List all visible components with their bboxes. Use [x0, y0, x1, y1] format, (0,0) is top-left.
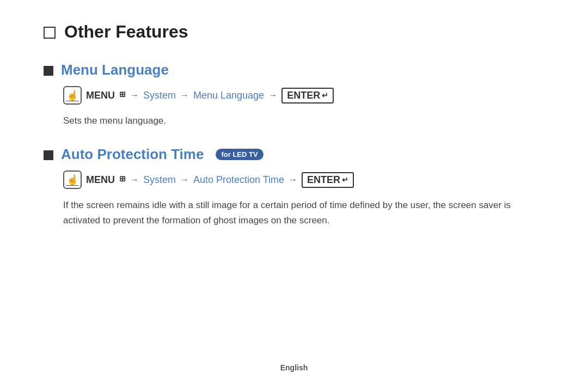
menu-arrow-5: →: [180, 175, 189, 185]
menu-path-menu-language: ☝ MENU⊞ → System → Menu Language → ENTER…: [63, 86, 544, 105]
section-bullet-icon: [44, 66, 53, 76]
led-tv-badge: for LED TV: [216, 149, 263, 160]
menu-link-system-1: System: [143, 90, 176, 101]
menu-arrow-3: →: [268, 90, 277, 100]
main-title-row: Other Features: [44, 22, 544, 42]
menu-arrow-4: →: [130, 175, 139, 185]
menu-keyword-2: MENU: [86, 174, 115, 186]
menu-keyword-1: MENU: [86, 90, 115, 101]
section-menu-language: Menu Language ☝ MENU⊞ → System → Menu La…: [44, 62, 544, 129]
title-checkbox-icon: [44, 27, 56, 39]
footer-language-label: English: [280, 363, 308, 372]
enter-button-1: ENTER↵: [281, 88, 334, 103]
enter-arrow-icon-2: ↵: [342, 175, 348, 184]
description-menu-language: Sets the menu language.: [63, 113, 542, 129]
enter-label-2: ENTER: [307, 174, 340, 186]
menu-arrow-2: →: [180, 90, 189, 100]
section-auto-protection: Auto Protection Time for LED TV ☝ MENU⊞ …: [44, 146, 544, 228]
menu-link-auto-protection: Auto Protection Time: [193, 174, 284, 186]
menu-arrow-6: →: [289, 175, 297, 185]
enter-label-1: ENTER: [287, 90, 320, 101]
menu-link-system-2: System: [143, 174, 176, 186]
menu-arrow-1: →: [130, 90, 139, 100]
section-title-menu-language: Menu Language: [61, 62, 169, 78]
menu-path-auto-protection: ☝ MENU⊞ → System → Auto Protection Time …: [63, 170, 544, 189]
enter-button-2: ENTER↵: [302, 172, 354, 188]
menu-finger-icon: ☝: [63, 86, 82, 105]
menu-link-language: Menu Language: [193, 90, 264, 101]
description-auto-protection: If the screen remains idle with a still …: [63, 198, 542, 228]
section-bullet-icon-2: [44, 150, 53, 160]
page-container: Other Features Menu Language ☝ MENU⊞ → S…: [0, 0, 588, 384]
page-title: Other Features: [64, 22, 188, 42]
section-header-auto-protection: Auto Protection Time for LED TV: [44, 146, 544, 163]
section-title-auto-protection: Auto Protection Time: [61, 146, 204, 163]
enter-arrow-icon-1: ↵: [322, 91, 328, 100]
menu-finger-icon-2: ☝: [63, 170, 82, 189]
menu-bars-1: ⊞: [119, 90, 126, 99]
menu-bars-2: ⊞: [119, 174, 126, 183]
section-header-menu-language: Menu Language: [44, 62, 544, 78]
